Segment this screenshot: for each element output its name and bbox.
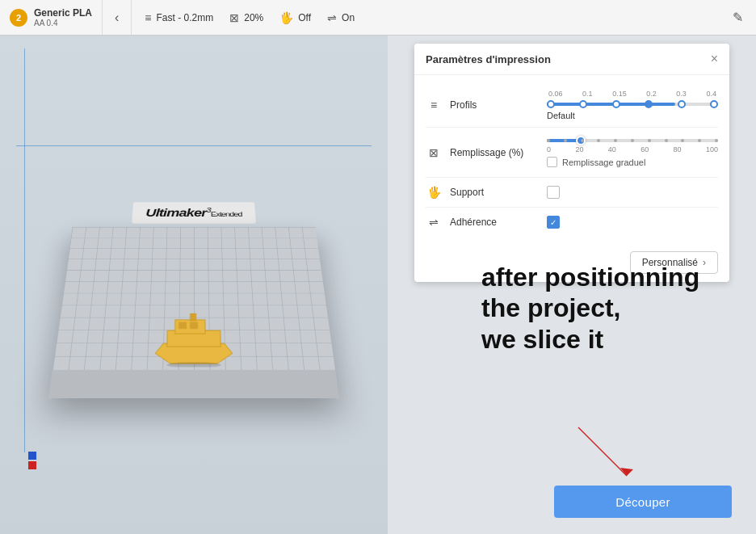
- adherence-icon: ⇌: [327, 11, 337, 24]
- profile-label: Fast - 0.2mm: [157, 12, 214, 23]
- adherence-setting-icon: ⇌: [426, 214, 442, 230]
- infill-row: ⊠ Remplissage (%): [426, 128, 718, 178]
- infill-control[interactable]: 020406080100 Remplissage graduel: [547, 134, 718, 170]
- material-info: Generic PLA AA 0.4: [34, 7, 92, 27]
- profile-default-label: Default: [547, 111, 718, 120]
- support-checkbox[interactable]: [547, 186, 560, 199]
- nav-arrow-icon[interactable]: ‹: [111, 11, 123, 25]
- slider-dot-5: [678, 100, 686, 108]
- profiles-label: Profils: [450, 99, 539, 111]
- gradual-row: Remplissage graduel: [547, 153, 718, 170]
- panel-title: Paramètres d'impression: [426, 53, 551, 65]
- annotation-line1: after positionning: [481, 262, 748, 292]
- svg-rect-5: [190, 313, 195, 321]
- infill-setting-label: Remplissage (%): [450, 147, 539, 158]
- infill-selector[interactable]: ⊠ 20%: [229, 11, 263, 24]
- panel-header: Paramètres d'impression ×: [414, 44, 729, 75]
- profiles-icon: ≡: [426, 97, 442, 113]
- support-icon: 🖐: [279, 11, 293, 24]
- annotation-line3: we slice it: [481, 324, 748, 355]
- gradual-label: Remplissage graduel: [562, 158, 645, 167]
- infill-setting-icon: ⊠: [426, 145, 442, 161]
- adherence-control: ✓: [547, 216, 718, 229]
- slider-dot-6: [710, 100, 718, 108]
- annotation-text: after positionning the project, we slice…: [481, 262, 748, 355]
- material-name: Generic PLA: [34, 7, 92, 19]
- gradual-checkbox[interactable]: [547, 157, 557, 167]
- printer-sign: Ultimaker3Extended: [132, 202, 256, 224]
- slider-dot-2: [579, 100, 587, 108]
- infill-icon: ⊠: [229, 11, 239, 24]
- material-selector[interactable]: 2 Generic PLA AA 0.4: [0, 0, 103, 35]
- slider-dot-1: [547, 100, 555, 108]
- close-button[interactable]: ×: [711, 52, 718, 66]
- support-selector[interactable]: 🖐 Off: [279, 11, 311, 24]
- adherence-row: ⇌ Adhérence ✓: [426, 208, 718, 237]
- infill-scale: 020406080100: [547, 145, 718, 153]
- 3d-model-boat[interactable]: [147, 309, 242, 370]
- top-toolbar: 2 Generic PLA AA 0.4 ‹ ≡ Fast - 0.2mm ⊠ …: [0, 0, 756, 36]
- annotation-area: Paramètres d'impression × ≡ Profils 0.06…: [388, 36, 756, 534]
- profile-slider-track[interactable]: [547, 103, 718, 106]
- printer-name: Ultimaker3Extended: [145, 206, 242, 218]
- profile-icon: ≡: [145, 11, 151, 24]
- adherence-selector[interactable]: ⇌ On: [327, 11, 355, 24]
- svg-line-7: [578, 427, 627, 476]
- 3d-scene: Ultimaker3Extended: [0, 36, 388, 534]
- toolbar-nav[interactable]: ‹: [103, 0, 132, 35]
- color-red-indicator: [28, 461, 36, 469]
- platform-rim: [48, 369, 339, 397]
- platform: Ultimaker3Extended: [48, 227, 339, 398]
- slider-dot-4: [645, 100, 653, 108]
- support-setting-icon: 🖐: [426, 184, 442, 200]
- color-blue-indicator: [28, 452, 36, 460]
- decouper-button[interactable]: Découper: [554, 486, 732, 518]
- annotation-arrow: [554, 423, 651, 488]
- support-row: 🖐 Support: [426, 178, 718, 208]
- toolbar-right: ≡ Fast - 0.2mm ⊠ 20% 🖐 Off ⇌ On ✎: [132, 10, 756, 25]
- print-settings-panel: Paramètres d'impression × ≡ Profils 0.06…: [414, 44, 729, 282]
- panel-body: ≡ Profils 0.060.10.150.20.30.4: [414, 75, 729, 245]
- profile-selector[interactable]: ≡ Fast - 0.2mm: [145, 11, 213, 24]
- material-sub: AA 0.4: [34, 19, 92, 27]
- adherence-checkbox[interactable]: ✓: [547, 216, 560, 229]
- material-badge: 2: [10, 9, 27, 27]
- profile-scale: 0.060.10.150.20.30.4: [547, 90, 718, 98]
- support-label: Off: [298, 12, 311, 23]
- profiles-control[interactable]: 0.060.10.150.20.30.4 Default: [547, 90, 718, 120]
- support-control: [547, 186, 718, 199]
- adherence-label: On: [342, 12, 355, 23]
- svg-rect-4: [190, 322, 197, 328]
- annotation-line2: the project,: [481, 292, 748, 323]
- color-indicators: [28, 452, 36, 469]
- infill-slider-track[interactable]: [547, 139, 718, 142]
- svg-rect-3: [178, 322, 186, 328]
- support-setting-label: Support: [450, 187, 539, 198]
- adherence-setting-label: Adhérence: [450, 217, 539, 228]
- infill-label: 20%: [244, 12, 263, 23]
- edit-button[interactable]: ✎: [733, 10, 743, 25]
- profiles-row: ≡ Profils 0.060.10.150.20.30.4: [426, 83, 718, 128]
- platform-base: [48, 227, 339, 398]
- slider-dot-3: [612, 100, 620, 108]
